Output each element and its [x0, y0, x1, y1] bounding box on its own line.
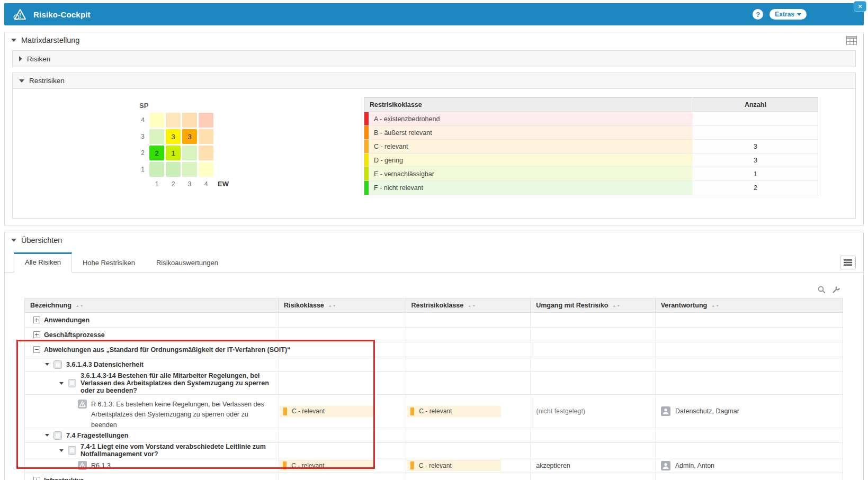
tab-hohe-restrisiken[interactable]: Hohe Restrisiken: [72, 253, 146, 272]
header-actions: ? Extras: [753, 9, 807, 20]
matrix-cell: [182, 162, 197, 177]
tab-risikoauswertungen[interactable]: Risikoauswertungen: [146, 253, 229, 272]
matrix-x-axis-label: EW: [218, 180, 229, 188]
matrix-cell: [166, 162, 181, 177]
extras-button[interactable]: Extras: [769, 9, 807, 20]
collapse-caret-icon: [11, 239, 16, 242]
help-label: ?: [756, 11, 760, 19]
column-label: Bezeichnung: [30, 302, 71, 309]
collapse-minus-icon[interactable]: [33, 346, 40, 353]
table-row-risk-2[interactable]: R6.1.3 C - relevant C - relevant akzepti…: [24, 458, 843, 473]
matrix-cell: [182, 113, 197, 128]
column-header-umgang[interactable]: Umgang mit Restrisiko ▲▼: [530, 298, 655, 312]
risk-class-row[interactable]: E - vernachlässigbar 1: [364, 167, 818, 181]
collapse-caret-icon[interactable]: [59, 382, 64, 385]
matrix-cell: 3: [182, 129, 197, 144]
question-group-icon: [53, 360, 62, 369]
subpanel-header-risiken[interactable]: Risiken: [13, 51, 855, 67]
panel-uebersichten: Übersichten Alle Risiken Hohe Restrisike…: [4, 232, 864, 480]
panel-header-matrixdarstellung[interactable]: Matrixdarstellung: [5, 32, 863, 48]
table-row-group-anwendungen[interactable]: Anwendungen: [24, 313, 843, 328]
matrix-x-axis: 1 2 3 4 EW: [136, 180, 229, 188]
collapse-caret-icon[interactable]: [59, 449, 64, 452]
risk-class-row[interactable]: F - nicht relevant 2: [364, 181, 818, 195]
table-row-node-frage-notfall[interactable]: 7.4-1 Liegt eine vom Vorstand verabschie…: [24, 443, 843, 458]
risk-class-swatch-icon: [283, 407, 287, 415]
sort-icon[interactable]: ▲▼: [76, 304, 84, 307]
expand-plus-icon[interactable]: [33, 331, 40, 338]
umgang-value: (nicht festgelegt): [536, 407, 585, 415]
grid-view-icon[interactable]: [846, 36, 857, 47]
matrix-row-label: 1: [136, 166, 148, 173]
risk-class-row[interactable]: C - relevant 3: [364, 140, 818, 153]
column-label: Risikoklasse: [284, 302, 324, 309]
sort-icon[interactable]: ▲▼: [612, 304, 621, 307]
column-header-verantwortung[interactable]: Verantwortung ▲▼: [655, 298, 843, 312]
risk-class-swatch-icon: [283, 461, 287, 469]
expand-plus-icon[interactable]: [33, 316, 40, 323]
collapse-caret-icon[interactable]: [45, 434, 49, 437]
risk-class-swatch-icon: [410, 407, 414, 415]
risikoklasse-badge: C - relevant: [280, 406, 374, 417]
subpanel-title: Risiken: [27, 55, 50, 63]
risk-class-row[interactable]: B - äußerst relevant: [364, 126, 818, 140]
risk-class-label: C - relevant: [374, 143, 408, 150]
table-row-node-datensicherheit[interactable]: 3.6.1.4.3 Datensicherheit: [24, 357, 843, 372]
matrix-row-label: 4: [136, 116, 148, 124]
node-label: 3.6.1.4.3-14 Bestehen für alle Mitarbeit…: [80, 372, 273, 394]
all-risks-table: Bezeichnung ▲▼ Risikoklasse ▲▼ Restrisik…: [24, 298, 843, 480]
column-header-risikoklasse[interactable]: Risikoklasse ▲▼: [278, 298, 406, 312]
risk-class-row[interactable]: D - gering 3: [364, 153, 818, 167]
collapse-caret-icon: [19, 79, 24, 83]
panel-header-uebersichten[interactable]: Übersichten: [5, 232, 863, 248]
app-header: Risiko-Cockpit ? Extras: [4, 3, 864, 25]
expand-plus-icon[interactable]: [33, 477, 40, 480]
chevron-down-icon: [797, 13, 801, 16]
sort-icon[interactable]: ▲▼: [468, 304, 476, 307]
risikoklasse-value: C - relevant: [292, 407, 325, 415]
matrix-col-label: 4: [199, 180, 213, 188]
matrix-cell: [149, 129, 164, 144]
restrisikoklasse-value: C - relevant: [419, 407, 452, 415]
restrisikoklasse-value: C - relevant: [419, 462, 452, 469]
subpanel-header-restrisiken[interactable]: Restrisiken: [13, 73, 855, 89]
extras-label: Extras: [775, 11, 794, 18]
risk-class-row[interactable]: A - existenzbedrohend: [364, 112, 818, 126]
wrench-icon[interactable]: [832, 286, 840, 294]
table-row-group-geschaeftsprozesse[interactable]: Geschäftsprozesse: [24, 328, 843, 342]
sort-icon[interactable]: ▲▼: [328, 304, 337, 307]
search-icon[interactable]: [818, 286, 826, 294]
collapse-caret-icon[interactable]: [45, 363, 49, 366]
risk-class-label: A - existenzbedrohend: [374, 115, 440, 123]
risk-class-color-swatch: [364, 126, 369, 139]
matrix-y-axis-label: SP: [139, 102, 229, 110]
matrix-cell: [199, 146, 213, 160]
risk-class-count: 1: [693, 167, 818, 180]
list-view-button[interactable]: [840, 256, 856, 269]
tab-alle-risiken[interactable]: Alle Risiken: [14, 252, 72, 273]
sort-icon[interactable]: ▲▼: [711, 304, 720, 307]
matrix-col-label: 2: [166, 180, 181, 188]
table-row-group-abweichungen[interactable]: Abweichungen aus „Standard für Ordnungsm…: [24, 342, 843, 357]
matrix-row-label: 2: [136, 149, 148, 157]
matrix-cell: [166, 113, 181, 128]
risk-class-color-swatch: [364, 153, 369, 167]
close-button[interactable]: ✕: [854, 1, 866, 12]
table-row-node-fragestellungen[interactable]: 7.4 Fragestellungen: [24, 428, 843, 443]
node-label: 7.4 Fragestellungen: [66, 432, 128, 439]
matrix-col-label: 1: [149, 180, 164, 188]
risk-class-name-header: Restrisikoklasse: [364, 98, 693, 112]
question-group-icon: [53, 431, 62, 440]
table-row-group-clipped[interactable]: Infrastruktur: [24, 473, 843, 480]
expand-caret-icon: [19, 56, 22, 61]
help-button[interactable]: ?: [753, 9, 763, 20]
column-header-bezeichnung[interactable]: Bezeichnung ▲▼: [25, 298, 278, 312]
table-row-risk-1[interactable]: R 6.1.3. Es bestehen keine Regelungen, b…: [24, 395, 843, 428]
node-label: 7.4-1 Liegt eine vom Vorstand verabschie…: [80, 443, 273, 458]
risk-matrix-grid: 4 3 3 3 2 2 1: [136, 113, 229, 177]
close-icon: ✕: [857, 3, 862, 10]
table-row-node-frage-datensicherheit[interactable]: 3.6.1.4.3-14 Bestehen für alle Mitarbeit…: [24, 372, 843, 395]
risikoklasse-value: C - relevant: [291, 462, 324, 469]
column-header-restrisikoklasse[interactable]: Restrisikoklasse ▲▼: [406, 298, 531, 312]
matrix-row-label: 3: [136, 133, 148, 140]
